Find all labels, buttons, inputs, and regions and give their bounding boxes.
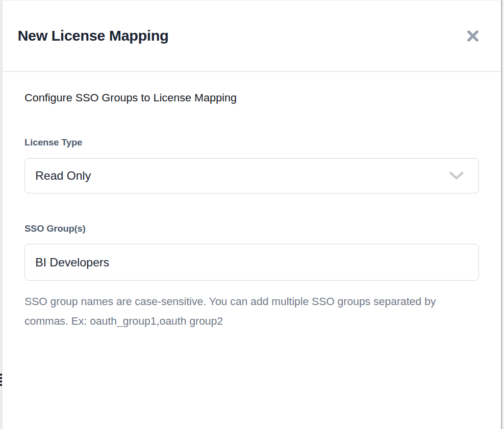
list-icon-bar bbox=[0, 374, 2, 376]
license-type-select[interactable]: Read Only bbox=[25, 158, 479, 193]
chevron-down-icon bbox=[449, 171, 464, 180]
dialog-body: Configure SSO Groups to License Mapping … bbox=[2, 72, 501, 331]
new-license-mapping-dialog: New License Mapping Configure SSO Groups… bbox=[2, 0, 502, 429]
list-icon-bar bbox=[0, 384, 2, 386]
list-icon-bar bbox=[0, 381, 2, 382]
sso-groups-label: SSO Group(s) bbox=[25, 223, 479, 234]
dialog-subheading: Configure SSO Groups to License Mapping bbox=[25, 92, 479, 104]
list-icon-fragment bbox=[0, 374, 2, 387]
dialog-title: New License Mapping bbox=[18, 27, 169, 44]
close-button[interactable] bbox=[464, 27, 481, 45]
license-type-label: License Type bbox=[25, 137, 479, 148]
sso-groups-input[interactable] bbox=[25, 244, 479, 281]
list-icon-bar bbox=[0, 377, 2, 379]
license-type-selected-value: Read Only bbox=[35, 169, 91, 183]
x-icon bbox=[466, 37, 479, 44]
dialog-header: New License Mapping bbox=[2, 0, 501, 72]
sso-groups-help-text: SSO group names are case-sensitive. You … bbox=[25, 292, 456, 331]
